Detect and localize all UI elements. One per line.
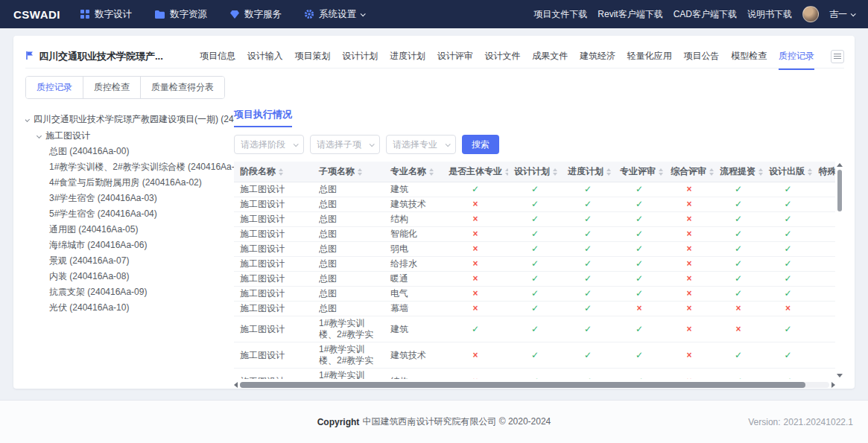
tree-item[interactable]: 抗震支架 (240416Aa-09): [25, 284, 234, 300]
cell-subitem: 总图: [313, 197, 384, 212]
scroll-right-icon[interactable]: [831, 382, 835, 388]
sort-icon[interactable]: [606, 168, 611, 176]
col-header-专业名称[interactable]: 专业名称: [384, 162, 443, 182]
nav-link[interactable]: 说明书下载: [747, 8, 792, 21]
tree-root[interactable]: 四川交通职业技术学院璟产教园建设项目(一期) (240416Aa): [25, 111, 234, 127]
user-name: 吉一: [829, 8, 847, 21]
tab-成果文件[interactable]: 成果文件: [532, 43, 568, 69]
tab-设计计划[interactable]: 设计计划: [342, 43, 378, 69]
tree-item[interactable]: 海绵城市 (240416Aa-06): [25, 238, 234, 253]
tab-质控记录[interactable]: 质控记录: [779, 43, 814, 69]
check-icon: ✓: [508, 302, 562, 316]
col-header-综合评审[interactable]: 综合评审: [665, 162, 714, 182]
nav-link[interactable]: CAD客户端下载: [674, 8, 737, 21]
subtab-质控检查[interactable]: 质控检查: [83, 77, 141, 98]
nav-item-数字设计[interactable]: 数字设计: [80, 8, 132, 21]
tree-stage[interactable]: 施工图设计: [25, 127, 234, 144]
sort-icon[interactable]: [709, 168, 714, 176]
cell-subitem-text: 1#教学实训楼、2#教学实训综合楼: [319, 344, 378, 366]
filter-select[interactable]: 请选择子项: [310, 135, 380, 154]
filter-select[interactable]: 请选择专业: [386, 135, 456, 154]
col-header-进度计划[interactable]: 进度计划: [562, 162, 614, 182]
grid-icon: [80, 9, 90, 19]
tab-设计输入[interactable]: 设计输入: [247, 43, 283, 69]
sort-icon[interactable]: [358, 168, 362, 176]
cell-subitem-text: 总图: [319, 258, 378, 270]
cell-subitem: 1#教学实训楼、2#教学实训综合楼: [313, 342, 384, 369]
cross-icon: ×: [443, 197, 508, 212]
tab-项目信息[interactable]: 项目信息: [200, 43, 235, 69]
user-menu[interactable]: 吉一: [829, 8, 855, 21]
vertical-scroll-thumb[interactable]: [837, 170, 842, 211]
cross-icon: ×: [443, 287, 508, 302]
check-icon: ✓: [763, 272, 813, 287]
cell-extra: [813, 316, 835, 342]
col-header-子项名称[interactable]: 子项名称: [313, 162, 384, 182]
sort-icon[interactable]: [808, 168, 812, 176]
tree-root-label: 四川交通职业技术学院璟产教园建设项目(一期) (240416Aa): [34, 111, 234, 127]
nav-menu: 数字设计数字资源数字服务系统设置: [80, 8, 364, 21]
column-label: 流程提资: [720, 166, 755, 177]
tab-项目策划[interactable]: 项目策划: [295, 43, 331, 69]
horizontal-scrollbar[interactable]: [234, 382, 835, 388]
column-label: 专业评审: [620, 166, 656, 177]
tab-设计评审[interactable]: 设计评审: [437, 43, 473, 69]
sort-icon[interactable]: [553, 168, 557, 176]
check-icon: ✓: [714, 227, 763, 242]
tree-item[interactable]: 5#学生宿舍 (240416Aa-04): [25, 206, 234, 222]
column-label: 特殊: [819, 166, 835, 177]
col-header-是否主体专业[interactable]: 是否主体专业: [443, 162, 508, 182]
tab-进度计划[interactable]: 进度计划: [390, 43, 425, 69]
sort-icon[interactable]: [505, 168, 508, 176]
check-icon: ✓: [508, 316, 562, 342]
list-icon[interactable]: [831, 50, 844, 63]
col-header-专业评审[interactable]: 专业评审: [614, 162, 665, 182]
tree-item[interactable]: 通用图 (240416Aa-05): [25, 222, 234, 238]
cell-stage: 施工图设计: [234, 316, 313, 342]
scroll-down-icon[interactable]: [837, 374, 843, 377]
col-header-阶段名称[interactable]: 阶段名称: [234, 162, 313, 182]
tab-项目公告[interactable]: 项目公告: [684, 43, 720, 69]
tab-execution-status[interactable]: 项目执行情况: [234, 108, 292, 127]
filter-select[interactable]: 请选择阶段: [234, 135, 304, 154]
vertical-scrollbar[interactable]: [835, 162, 844, 379]
user-avatar[interactable]: [802, 6, 819, 22]
cell-subitem-text: 总图: [319, 288, 378, 299]
horizontal-scroll-track[interactable]: [240, 382, 829, 388]
tree-item[interactable]: 总图 (240416Aa-00): [25, 144, 234, 159]
tab-模型检查[interactable]: 模型检查: [731, 43, 767, 69]
col-header-设计出版[interactable]: 设计出版: [763, 162, 813, 182]
flag-icon: [25, 51, 34, 63]
cell-major: 建筑技术: [384, 342, 443, 369]
tree-item[interactable]: 3#学生宿舍 (240416Aa-03): [25, 191, 234, 206]
nav-item-数字服务[interactable]: 数字服务: [229, 8, 282, 21]
tab-轻量化应用[interactable]: 轻量化应用: [627, 43, 672, 69]
scroll-up-icon[interactable]: [837, 163, 843, 167]
subtab-质控记录[interactable]: 质控记录: [26, 77, 83, 98]
col-header-设计计划[interactable]: 设计计划: [508, 162, 562, 182]
tree-item[interactable]: 光伏 (240416Aa-10): [25, 300, 234, 316]
tree-item[interactable]: 1#教学实训楼、2#教学实训综合楼 (240416Aa-01): [25, 159, 234, 175]
tree-item[interactable]: 内装 (240416Aa-08): [25, 269, 234, 284]
subtab-质量检查得分表[interactable]: 质量检查得分表: [141, 77, 224, 98]
check-icon: ✓: [614, 227, 665, 242]
tree-item[interactable]: 景观 (240416Aa-07): [25, 253, 234, 269]
col-header-特殊[interactable]: 特殊: [813, 162, 835, 182]
nav-item-数字资源[interactable]: 数字资源: [154, 8, 207, 21]
tab-建筑经济[interactable]: 建筑经济: [580, 43, 615, 69]
search-button[interactable]: 搜索: [462, 135, 499, 154]
col-header-流程提资[interactable]: 流程提资: [714, 162, 763, 182]
nav-link[interactable]: Revit客户端下载: [598, 8, 662, 21]
tree-item[interactable]: 4#食堂与后勤附属用房 (240416Aa-02): [25, 175, 234, 191]
sort-icon[interactable]: [279, 168, 283, 176]
cross-icon: ×: [665, 212, 714, 227]
horizontal-scroll-thumb[interactable]: [240, 382, 805, 388]
cell-subitem-text: 总图: [319, 229, 378, 240]
sort-icon[interactable]: [429, 168, 434, 176]
tab-设计文件[interactable]: 设计文件: [485, 43, 521, 69]
sort-icon[interactable]: [659, 168, 663, 176]
nav-link[interactable]: 项目文件下载: [533, 8, 587, 21]
sort-icon[interactable]: [758, 168, 763, 176]
nav-item-系统设置[interactable]: 系统设置: [304, 8, 364, 21]
scroll-left-icon[interactable]: [234, 382, 238, 388]
